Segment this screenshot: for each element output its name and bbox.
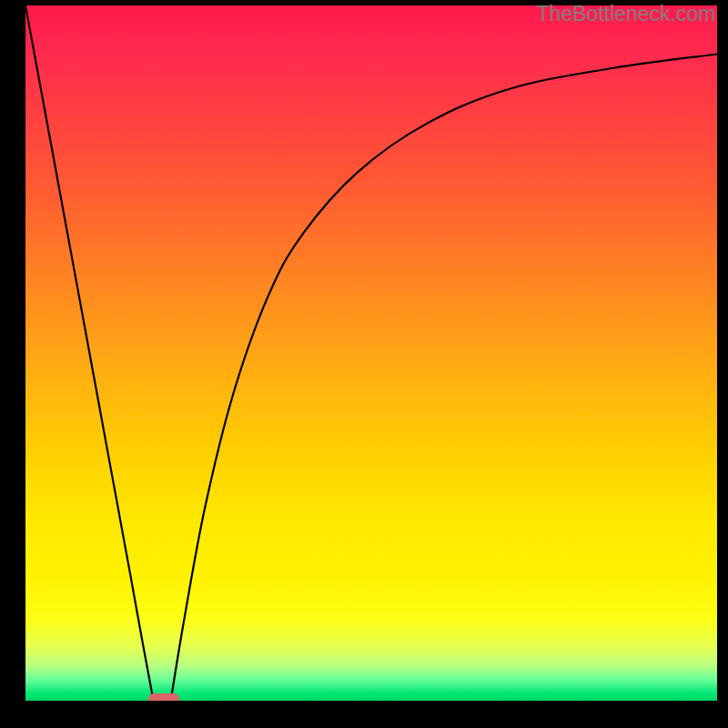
curve-right-branch [171, 54, 717, 701]
chart-svg [25, 5, 717, 701]
curve-left-branch [25, 5, 154, 701]
plot-area [25, 5, 717, 701]
watermark-text: TheBottleneck.com [536, 2, 715, 26]
minimum-marker [148, 693, 179, 701]
